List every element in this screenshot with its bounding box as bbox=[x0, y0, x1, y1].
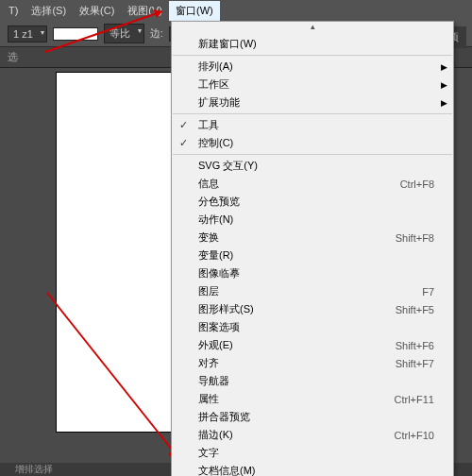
menu-window[interactable]: 窗口(W) bbox=[169, 1, 220, 21]
menu-item-label: 导航器 bbox=[198, 374, 229, 388]
menu-item[interactable]: 外观(E)Shift+F6 bbox=[172, 336, 453, 354]
menu-item-label: 控制(C) bbox=[198, 136, 233, 150]
menu-shortcut: Shift+F8 bbox=[396, 232, 434, 244]
menu-item-label: 描边(K) bbox=[198, 428, 233, 442]
menu-item-label: 文字 bbox=[198, 446, 219, 460]
menu-item-label: SVG 交互(Y) bbox=[198, 159, 258, 173]
window-menu-dropdown: ▴ 新建窗口(W)排列(A)▶工作区▶扩展功能▶✓工具✓控制(C)SVG 交互(… bbox=[171, 21, 454, 476]
menu-shortcut: Shift+F6 bbox=[396, 340, 434, 351]
menu-scroll-up[interactable]: ▴ bbox=[172, 22, 453, 35]
menu-item[interactable]: 导航器 bbox=[172, 372, 453, 390]
menu-item[interactable]: 图层F7 bbox=[172, 282, 453, 300]
menu-shortcut: Shift+F7 bbox=[396, 358, 434, 369]
menu-item[interactable]: 描边(K)Ctrl+F10 bbox=[172, 426, 453, 444]
menu-item[interactable]: SVG 交互(Y) bbox=[172, 157, 453, 175]
menu-item-label: 工作区 bbox=[198, 77, 229, 92]
menu-item-label: 工具 bbox=[198, 118, 219, 132]
menu-item-label: 对齐 bbox=[198, 356, 219, 370]
stroke-preview[interactable] bbox=[53, 27, 98, 41]
submenu-arrow-icon: ▶ bbox=[441, 62, 447, 72]
menu-item-label: 图形样式(S) bbox=[198, 302, 254, 316]
menu-item[interactable]: 图像临摹 bbox=[172, 264, 453, 282]
menu-item[interactable]: 扩展功能▶ bbox=[172, 94, 453, 111]
menu-item[interactable]: 文档信息(M) bbox=[172, 462, 453, 476]
menu-item-label: 图案选项 bbox=[198, 320, 240, 334]
submenu-arrow-icon: ▶ bbox=[441, 80, 447, 90]
menu-select[interactable]: 选择(S) bbox=[25, 1, 73, 21]
check-icon: ✓ bbox=[179, 137, 188, 149]
menu-shortcut: Shift+F5 bbox=[396, 304, 434, 315]
menu-item-label: 文档信息(M) bbox=[198, 464, 256, 476]
menu-item[interactable]: 分色预览 bbox=[172, 193, 453, 211]
status-tool: 增排选择 bbox=[15, 463, 53, 476]
menu-item-label: 信息 bbox=[198, 177, 219, 191]
menu-item[interactable]: 信息Ctrl+F8 bbox=[172, 175, 453, 193]
menu-item-label: 新建窗口(W) bbox=[198, 37, 257, 51]
menu-item-label: 图像临摹 bbox=[198, 266, 240, 280]
menu-item-label: 动作(N) bbox=[198, 212, 233, 227]
submenu-arrow-icon: ▶ bbox=[441, 98, 447, 108]
menu-item[interactable]: 图案选项 bbox=[172, 318, 453, 336]
menu-item-label: 拼合器预览 bbox=[198, 410, 250, 424]
menu-shortcut: Ctrl+F11 bbox=[395, 394, 435, 405]
menu-item[interactable]: 变量(R) bbox=[172, 246, 453, 264]
menu-item-label: 图层 bbox=[198, 284, 219, 298]
menu-item[interactable]: 对齐Shift+F7 bbox=[172, 354, 453, 372]
menu-item[interactable]: ✓工具 bbox=[172, 116, 453, 134]
document-tab[interactable]: 选 bbox=[8, 50, 18, 64]
check-icon: ✓ bbox=[179, 119, 188, 131]
menu-item[interactable]: 工作区▶ bbox=[172, 76, 453, 94]
menubar: T) 选择(S) 效果(C) 视图(V) 窗口(W) bbox=[0, 0, 472, 21]
stroke-profile-dropdown[interactable]: 等比 bbox=[104, 24, 144, 43]
menu-item[interactable]: 动作(N) bbox=[172, 211, 453, 229]
menu-shortcut: Ctrl+F8 bbox=[400, 178, 434, 190]
menu-t[interactable]: T) bbox=[2, 2, 25, 19]
menu-item-label: 扩展功能 bbox=[198, 95, 240, 110]
menu-item-label: 外观(E) bbox=[198, 338, 233, 352]
menu-item[interactable]: 图形样式(S)Shift+F5 bbox=[172, 300, 453, 318]
menu-item-label: 排列(A) bbox=[198, 60, 233, 74]
menu-item[interactable]: 排列(A)▶ bbox=[172, 58, 453, 76]
menu-shortcut: Ctrl+F10 bbox=[395, 430, 435, 441]
menu-item[interactable]: ✓控制(C) bbox=[172, 134, 453, 152]
menu-item[interactable]: 属性Ctrl+F11 bbox=[172, 390, 453, 408]
menu-item[interactable]: 文字 bbox=[172, 444, 453, 462]
menu-item-label: 变换 bbox=[198, 230, 219, 245]
menu-separator bbox=[173, 55, 452, 56]
menu-view[interactable]: 视图(V) bbox=[121, 1, 169, 21]
menu-item[interactable]: 变换Shift+F8 bbox=[172, 229, 453, 246]
menu-item-label: 分色预览 bbox=[198, 195, 240, 209]
menu-item[interactable]: 拼合器预览 bbox=[172, 408, 453, 426]
menu-separator bbox=[173, 154, 452, 155]
menu-item-label: 属性 bbox=[198, 392, 219, 406]
menu-item[interactable]: 新建窗口(W) bbox=[172, 35, 453, 53]
menu-effect[interactable]: 效果(C) bbox=[73, 1, 121, 21]
menu-shortcut: F7 bbox=[422, 286, 434, 298]
menu-item-label: 变量(R) bbox=[198, 248, 233, 263]
menu-separator bbox=[173, 113, 452, 114]
shape-sides-label: 边: bbox=[150, 26, 163, 41]
zoom-dropdown[interactable]: 1 z1 bbox=[8, 26, 47, 42]
